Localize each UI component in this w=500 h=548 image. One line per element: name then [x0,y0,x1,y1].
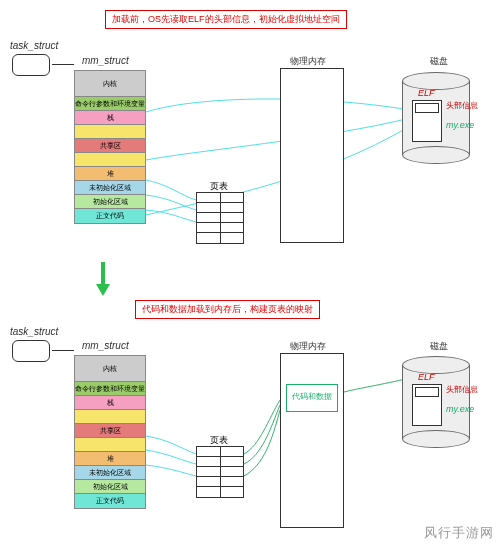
task-link-top [52,64,74,65]
mm-row: 堆 [75,167,145,181]
code-data-box: 代码和数据 [286,384,338,412]
mm-row: 栈 [75,111,145,125]
disk-label-top: 磁盘 [430,55,448,68]
myexe-label-bot: my.exe [446,404,474,414]
mm-row [75,438,145,452]
mm-row: 未初始化区域 [75,466,145,480]
mm-struct-column-top: 内核命令行参数和环境变量栈共享区堆未初始化区域初始化区域正文代码 [74,70,146,224]
mm-row [75,125,145,139]
mm-row: 堆 [75,452,145,466]
head-info-label-bot: 头部信息 [446,384,478,395]
mm-row: 共享区 [75,424,145,438]
task-link-bot [52,350,74,351]
elf-label-top: ELF [418,88,435,98]
mm-row: 初始化区域 [75,480,145,494]
task-struct-box-bot [12,340,50,362]
page-table-top [196,192,244,244]
elf-label-bot: ELF [418,372,435,382]
mm-row: 未初始化区域 [75,181,145,195]
mm-struct-column-bot: 内核命令行参数和环境变量栈共享区堆未初始化区域初始化区域正文代码 [74,355,146,509]
arrow-down-icon [96,262,110,296]
mm-row: 命令行参数和环境变量 [75,382,145,396]
phys-mem-label-bot: 物理内存 [290,340,326,353]
task-struct-box-top [12,54,50,76]
watermark: 风行手游网 [424,524,494,542]
mm-row: 栈 [75,396,145,410]
mm-row: 命令行参数和环境变量 [75,97,145,111]
mm-row: 共享区 [75,139,145,153]
file-box-bot [412,384,442,426]
head-info-label-top: 头部信息 [446,100,478,111]
mm-row: 内核 [75,71,145,97]
page-table-bot [196,446,244,498]
mm-row: 正文代码 [75,209,145,223]
mm-row [75,153,145,167]
caption-mid: 代码和数据加载到内存后，构建页表的映射 [135,300,320,319]
myexe-label-top: my.exe [446,120,474,130]
mm-row: 初始化区域 [75,195,145,209]
caption-top: 加载前，OS先读取ELF的头部信息，初始化虚拟地址空间 [105,10,347,29]
mm-struct-label-top: mm_struct [82,55,129,66]
file-box-top [412,100,442,142]
disk-label-bot: 磁盘 [430,340,448,353]
task-struct-label-bot: task_struct [10,326,58,337]
mm-row: 正文代码 [75,494,145,508]
mm-struct-label-bot: mm_struct [82,340,129,351]
mm-row [75,410,145,424]
phys-mem-box-bot [280,353,344,528]
phys-mem-box-top [280,68,344,243]
phys-mem-label-top: 物理内存 [290,55,326,68]
mm-row: 内核 [75,356,145,382]
task-struct-label-top: task_struct [10,40,58,51]
